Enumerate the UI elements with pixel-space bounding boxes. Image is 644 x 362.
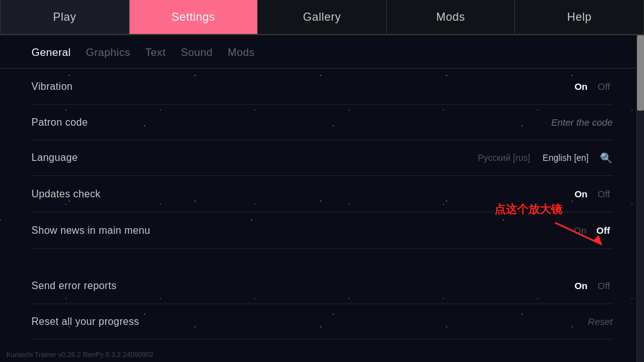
patron-code-controls (492, 117, 613, 128)
top-nav: Play Settings Gallery Mods Help (0, 0, 644, 35)
subtab-graphics[interactable]: Graphics (86, 47, 130, 59)
subtab-mods[interactable]: Mods (228, 47, 255, 59)
show-news-off[interactable]: Off (594, 224, 613, 237)
vibration-label: Vibration (31, 81, 73, 92)
sub-tabs: General Graphics Text Sound Mods (0, 35, 644, 69)
show-news-controls: On Off (571, 224, 613, 237)
vibration-controls: On Off (572, 80, 613, 93)
updates-check-on[interactable]: On (572, 187, 590, 200)
patron-code-input[interactable] (492, 117, 613, 128)
setting-vibration: Vibration On Off (31, 69, 613, 105)
send-errors-controls: On Off (572, 279, 613, 292)
subtab-general[interactable]: General (31, 47, 71, 59)
send-errors-on[interactable]: On (572, 279, 590, 292)
language-label: Language (31, 152, 78, 163)
nav-gallery[interactable]: Gallery (258, 0, 387, 34)
reset-progress-controls: Reset (588, 316, 613, 327)
show-news-label: Show news in main menu (31, 225, 150, 236)
setting-send-errors: Send error reports On Off (31, 268, 613, 304)
nav-play[interactable]: Play (0, 0, 130, 34)
nav-settings[interactable]: Settings (130, 0, 258, 34)
subtab-sound[interactable]: Sound (180, 47, 213, 59)
language-english[interactable]: English [en] (539, 151, 592, 164)
language-russian[interactable]: Русский [rus] (474, 151, 534, 164)
setting-language: Language Русский [rus] English [en] 🔍 (31, 140, 613, 176)
setting-patron-code: Patron code (31, 105, 613, 140)
version-info: Kunaichi Trainer v0.26.2 RenPy 8.3.2.240… (6, 351, 153, 358)
send-errors-off[interactable]: Off (595, 279, 613, 292)
patron-code-label: Patron code (31, 117, 88, 128)
reset-progress-button[interactable]: Reset (588, 316, 613, 327)
reset-progress-label: Reset all your progress (31, 316, 139, 327)
app-container: Play Settings Gallery Mods Help General … (0, 0, 644, 362)
setting-show-news: Show news in main menu On Off (31, 212, 613, 249)
setting-spacer (31, 249, 613, 268)
send-errors-label: Send error reports (31, 280, 116, 292)
language-search-icon[interactable]: 🔍 (600, 152, 613, 164)
setting-reset-progress: Reset all your progress Reset (31, 304, 613, 339)
setting-updates-check: Updates check On Off (31, 176, 613, 212)
vibration-on[interactable]: On (572, 80, 590, 93)
settings-list: Vibration On Off Patron code Language Ру… (0, 69, 644, 362)
updates-check-off[interactable]: Off (595, 187, 613, 200)
content-area: General Graphics Text Sound Mods Vibrati… (0, 35, 644, 362)
show-news-on[interactable]: On (571, 224, 589, 237)
updates-check-controls: On Off (572, 187, 613, 200)
updates-check-label: Updates check (31, 189, 101, 200)
subtab-text[interactable]: Text (145, 47, 165, 59)
scrollbar-thumb[interactable] (637, 35, 644, 111)
language-controls: Русский [rus] English [en] 🔍 (474, 151, 613, 164)
nav-help[interactable]: Help (515, 0, 644, 34)
scrollbar[interactable] (636, 35, 644, 362)
vibration-off[interactable]: Off (595, 80, 613, 93)
nav-mods[interactable]: Mods (387, 0, 516, 34)
